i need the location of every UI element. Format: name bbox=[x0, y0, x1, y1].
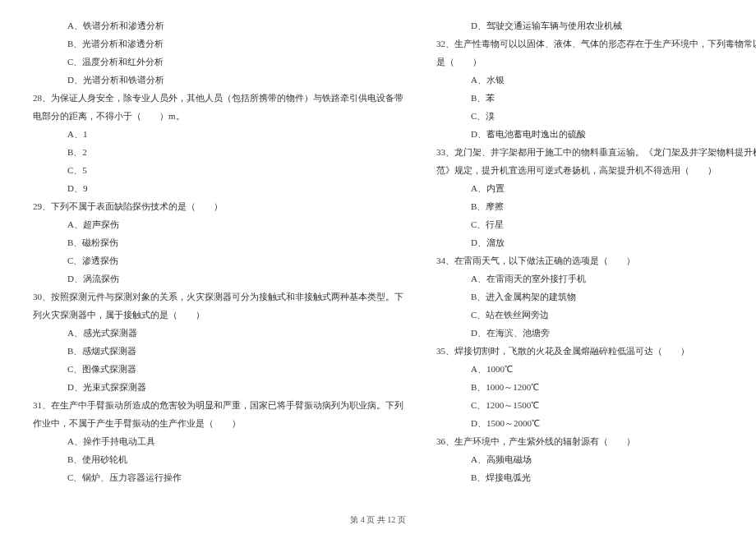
q36-text: 36、生产环境中，产生紫外线的辐射源有（ ） bbox=[436, 432, 756, 450]
q28-text-cont: 电部分的距离，不得小于（ ）m。 bbox=[33, 107, 403, 125]
q30-option-d: D、光束式探探测器 bbox=[33, 378, 403, 396]
q30-option-b: B、感烟式探测器 bbox=[33, 342, 403, 360]
q35-option-a: A、1000℃ bbox=[436, 360, 756, 378]
q27-option-b: B、光谱分析和渗透分析 bbox=[33, 35, 403, 53]
q29-option-c: C、渗透探伤 bbox=[33, 251, 403, 269]
q28-option-b: B、2 bbox=[33, 143, 403, 161]
q32-text: 32、生产性毒物可以以固体、液体、气体的形态存在于生产环境中，下列毒物常以气态存… bbox=[436, 35, 756, 53]
q31-option-b: B、使用砂轮机 bbox=[33, 450, 403, 468]
q33-option-d: D、溜放 bbox=[436, 233, 756, 251]
q29-text: 29、下列不属于表面缺陷探伤技术的是（ ） bbox=[33, 197, 403, 215]
q30-option-c: C、图像式探测器 bbox=[33, 360, 403, 378]
page-footer: 第 4 页 共 12 页 bbox=[0, 514, 756, 526]
q32-option-a: A、水银 bbox=[436, 71, 756, 89]
q34-option-b: B、进入金属构架的建筑物 bbox=[436, 288, 756, 306]
q32-option-d: D、蓄电池蓄电时逸出的硫酸 bbox=[436, 125, 756, 143]
q33-text-cont: 范》规定，提升机宜选用可逆式卷扬机，高架提升机不得选用（ ） bbox=[436, 161, 756, 179]
q34-option-a: A、在雷雨天的室外接打手机 bbox=[436, 269, 756, 288]
q27-option-c: C、温度分析和红外分析 bbox=[33, 53, 403, 71]
q29-option-b: B、磁粉探伤 bbox=[33, 233, 403, 251]
q31-text-cont: 作业中，不属于产生手臂振动的生产作业是（ ） bbox=[33, 414, 403, 432]
q34-option-c: C、站在铁丝网旁边 bbox=[436, 306, 756, 324]
left-column: A、铁谱分析和渗透分析 B、光谱分析和渗透分析 C、温度分析和红外分析 D、光谱… bbox=[33, 16, 403, 493]
q28-text: 28、为保证人身安全，除专业人员外，其他人员（包括所携带的物件）与铁路牵引供电设… bbox=[33, 89, 403, 107]
q35-option-d: D、1500～2000℃ bbox=[436, 414, 756, 432]
q30-text: 30、按照探测元件与探测对象的关系，火灾探测器可分为接触式和非接触式两种基本类型… bbox=[33, 288, 403, 306]
q36-option-b: B、焊接电弧光 bbox=[436, 468, 756, 486]
q30-text-cont: 列火灾探测器中，属于接触式的是（ ） bbox=[33, 306, 403, 324]
q32-text-cont: 是（ ） bbox=[436, 53, 756, 71]
q30-option-a: A、感光式探测器 bbox=[33, 324, 403, 342]
q27-option-a: A、铁谱分析和渗透分析 bbox=[33, 16, 403, 35]
two-column-layout: A、铁谱分析和渗透分析 B、光谱分析和渗透分析 C、温度分析和红外分析 D、光谱… bbox=[33, 16, 723, 493]
q27-option-d: D、光谱分析和铁谱分析 bbox=[33, 71, 403, 89]
q34-text: 34、在雷雨天气，以下做法正确的选项是（ ） bbox=[436, 251, 756, 269]
q31-option-a: A、操作手持电动工具 bbox=[33, 432, 403, 450]
q32-option-b: B、苯 bbox=[436, 89, 756, 107]
q31-text: 31、在生产中手臂振动所造成的危害较为明显和严重，国家已将手臂振动病列为职业病。… bbox=[33, 396, 403, 414]
q31-option-d: D、驾驶交通运输车辆与使用农业机械 bbox=[436, 16, 756, 35]
q28-option-d: D、9 bbox=[33, 179, 403, 197]
q36-option-a: A、高频电磁场 bbox=[436, 450, 756, 468]
q35-option-c: C、1200～1500℃ bbox=[436, 396, 756, 414]
q32-option-c: C、溴 bbox=[436, 107, 756, 125]
q31-option-c: C、锅炉、压力容器运行操作 bbox=[33, 468, 403, 486]
right-column: D、驾驶交通运输车辆与使用农业机械 32、生产性毒物可以以固体、液体、气体的形态… bbox=[436, 16, 756, 493]
q35-text: 35、焊接切割时，飞散的火花及金属熔融碎粒低温可达（ ） bbox=[436, 342, 756, 360]
q34-option-d: D、在海滨、池塘旁 bbox=[436, 324, 756, 342]
q33-option-c: C、行星 bbox=[436, 215, 756, 233]
q35-option-b: B、1000～1200℃ bbox=[436, 378, 756, 396]
q28-option-a: A、1 bbox=[33, 125, 403, 143]
q29-option-d: D、涡流探伤 bbox=[33, 269, 403, 288]
q29-option-a: A、超声探伤 bbox=[33, 215, 403, 233]
q33-option-a: A、内置 bbox=[436, 179, 756, 197]
q33-option-b: B、摩擦 bbox=[436, 197, 756, 215]
q28-option-c: C、5 bbox=[33, 161, 403, 179]
q33-text: 33、龙门架、井字架都用于施工中的物料垂直运输。《龙门架及井字架物料提升机安全技… bbox=[436, 143, 756, 161]
